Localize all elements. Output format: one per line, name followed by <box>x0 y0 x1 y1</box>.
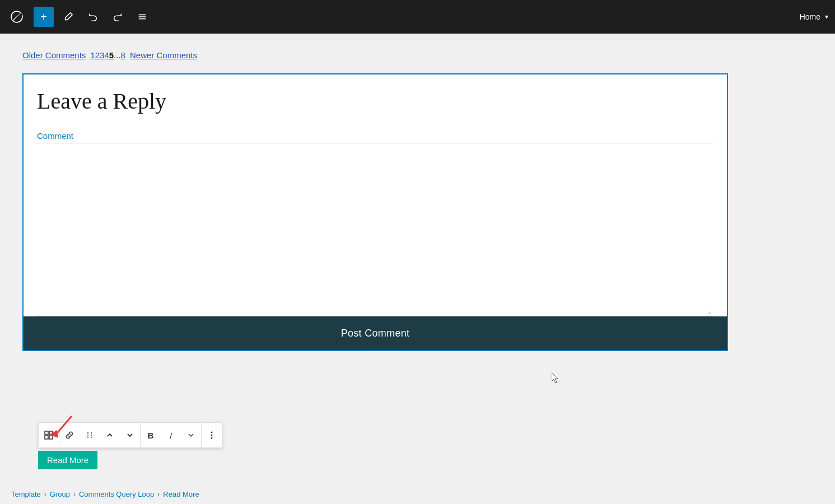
breadcrumb-read-more[interactable]: Read More <box>163 490 199 498</box>
breadcrumb-comments-query-loop[interactable]: Comments Query Loop <box>79 490 154 498</box>
edit-icon-button[interactable] <box>58 7 78 27</box>
chevron-down-icon: ▾ <box>825 13 828 21</box>
svg-point-9 <box>87 437 88 438</box>
svg-point-12 <box>91 437 92 438</box>
svg-point-10 <box>91 432 92 433</box>
page-2-link[interactable]: 2 <box>95 50 100 60</box>
toolbar-right: Home ▾ <box>800 12 828 21</box>
post-comment-button[interactable]: Post Comment <box>341 328 410 339</box>
arrow-indicator <box>49 413 83 444</box>
undo-button[interactable] <box>83 7 103 27</box>
comment-textarea[interactable] <box>37 143 713 306</box>
top-toolbar: + Home ▾ <box>0 0 835 34</box>
svg-rect-5 <box>45 436 48 439</box>
reply-form-inner: Leave a Reply Comment ⌟ <box>24 74 727 316</box>
post-comment-bar: Post Comment <box>24 316 727 350</box>
home-label: Home <box>800 12 820 21</box>
svg-point-15 <box>211 437 213 439</box>
svg-point-8 <box>87 435 88 436</box>
page-3-link[interactable]: 3 <box>100 50 104 60</box>
bold-button[interactable]: B <box>141 423 161 447</box>
list-view-button[interactable] <box>132 7 152 27</box>
block-toolbar-group-3 <box>201 423 222 447</box>
page-5-active: 5 <box>109 50 114 60</box>
sep-2: › <box>73 491 76 498</box>
text-style-dropdown[interactable] <box>181 423 201 447</box>
breadcrumb-group[interactable]: Group <box>50 490 70 498</box>
page-8-link[interactable]: 8 <box>121 50 125 60</box>
breadcrumb-bar: Template › Group › Comments Query Loop ›… <box>0 484 835 504</box>
move-down-button[interactable] <box>120 423 140 447</box>
pagination-numbers: 1 2 3 4 5 ... 8 <box>90 50 125 60</box>
breadcrumb-template[interactable]: Template <box>11 490 41 498</box>
page-4-link[interactable]: 4 <box>104 50 109 60</box>
reply-form-wrapper: Leave a Reply Comment ⌟ Post Comment <box>22 73 728 351</box>
svg-point-7 <box>87 432 88 433</box>
wp-logo <box>7 7 27 27</box>
read-more-button[interactable]: Read More <box>38 451 97 469</box>
block-toolbar-group-2: B I <box>140 423 201 447</box>
redo-button[interactable] <box>108 7 128 27</box>
move-up-button[interactable] <box>100 423 120 447</box>
svg-point-13 <box>211 432 213 433</box>
sep-1: › <box>44 491 46 498</box>
pagination: Older Comments 1 2 3 4 5 ... 8 Newer Com… <box>22 50 813 60</box>
sep-3: › <box>157 491 160 498</box>
ellipsis: ... <box>114 50 121 60</box>
svg-point-14 <box>211 435 213 436</box>
italic-button[interactable]: I <box>161 423 181 447</box>
svg-marker-17 <box>49 430 58 438</box>
comment-label: Comment <box>37 131 713 141</box>
svg-point-11 <box>91 435 92 436</box>
add-block-button[interactable]: + <box>34 7 54 27</box>
more-options-button[interactable] <box>202 423 222 447</box>
svg-rect-3 <box>45 431 48 435</box>
older-comments-link[interactable]: Older Comments <box>22 50 86 60</box>
content-area: Older Comments 1 2 3 4 5 ... 8 Newer Com… <box>0 34 835 484</box>
newer-comments-link[interactable]: Newer Comments <box>130 50 197 60</box>
comment-textarea-border: ⌟ <box>37 143 713 316</box>
page-1-link[interactable]: 1 <box>90 50 95 60</box>
resize-handle: ⌟ <box>37 306 713 316</box>
reply-title: Leave a Reply <box>37 88 713 114</box>
